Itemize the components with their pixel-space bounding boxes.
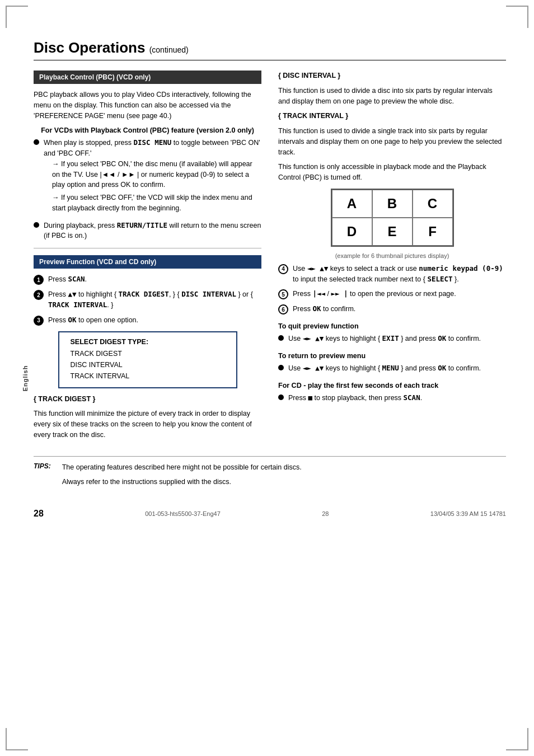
step-6-number: 6 xyxy=(278,304,288,314)
thumbnail-cell-F: F xyxy=(413,218,453,246)
title-text: Disc Operations xyxy=(34,39,145,56)
quit-bullet-content: Use ◄► ▲▼ keys to highlight { EXIT } and… xyxy=(288,334,481,344)
page-number: 28 xyxy=(34,509,44,519)
step-3-content: Press OK to open one option. xyxy=(48,315,138,326)
disc-interval-title: { DISC INTERVAL } xyxy=(278,72,340,79)
disc-interval-text: This function is used to divide a disc i… xyxy=(278,86,506,107)
tips-text-2: Always refer to the instructions supplie… xyxy=(62,477,302,487)
step-2-content: Press ▲▼ to highlight { TRACK DIGEST, } … xyxy=(48,289,261,311)
tips-section: TIPS: The operating features described h… xyxy=(34,456,506,492)
tips-label: TIPS: xyxy=(34,462,51,470)
title-continued: (continued) xyxy=(149,45,189,54)
bullet-item-1: When play is stopped, press DISC MENU to… xyxy=(34,138,261,215)
digest-box: SELECT DIGEST TYPE: TRACK DIGEST DISC IN… xyxy=(58,331,237,388)
track-digest-text: This function will minimize the picture … xyxy=(34,408,261,440)
bullet-dot-2 xyxy=(34,222,39,228)
step-5-number: 5 xyxy=(278,289,288,299)
digest-box-title: SELECT DIGEST TYPE: xyxy=(71,338,225,346)
thumbnail-cell-B: B xyxy=(372,190,413,218)
digest-item-1: TRACK DIGEST xyxy=(71,348,225,359)
arrow-item-2: If you select 'PBC OFF,' the VCD will sk… xyxy=(44,192,261,214)
cd-bullet-content: Press ■ to stop playback, then press SCA… xyxy=(288,393,422,403)
digest-item-3: TRACK INTERVAL xyxy=(71,370,225,382)
thumbnail-cell-E: E xyxy=(372,218,413,246)
footer-page-center: 28 xyxy=(322,510,329,517)
track-interval-section: { TRACK INTERVAL } This function is used… xyxy=(278,111,506,183)
disc-menu-key: DISC MENU xyxy=(134,138,172,147)
bullet-dot-1 xyxy=(34,139,39,145)
step-6-content: Press OK to confirm. xyxy=(293,304,355,314)
step-4: 4 Use ◄► ▲▼ keys to select a track or us… xyxy=(278,264,506,285)
track-digest-section: { TRACK DIGEST } This function will mini… xyxy=(34,394,261,440)
tips-text-1: The operating features described here mi… xyxy=(62,462,302,473)
thumbnail-row-1: A B C xyxy=(332,190,453,218)
step-1-content: Press SCAN. xyxy=(48,274,87,285)
arrow-item-1: If you select 'PBC ON,' the disc menu (i… xyxy=(44,159,261,190)
step-4-content: Use ◄► ▲▼ keys to select a track or use … xyxy=(293,264,506,285)
thumbnail-cell-A: A xyxy=(332,190,372,218)
step-4-number: 4 xyxy=(278,264,288,274)
cd-section-title: For CD - play the first few seconds of e… xyxy=(278,382,506,389)
vcds-title: For VCDs with Playback Control (PBC) fea… xyxy=(34,126,261,134)
bullet-content-1: When play is stopped, press DISC MENU to… xyxy=(44,138,261,215)
track-interval-text2: This function is only accessible in play… xyxy=(278,162,506,183)
thumbnail-caption: (example for 6 thumbnail pictures displa… xyxy=(278,252,506,259)
track-interval-text1: This function is used to divide a single… xyxy=(278,126,506,157)
thumbnail-row-2: D E F xyxy=(332,218,453,246)
step-1: 1 Press SCAN. xyxy=(34,274,261,285)
step-3: 3 Press OK to open one option. xyxy=(34,315,261,326)
bullet-content-2: During playback, press RETURN/TITLE will… xyxy=(44,220,261,242)
right-column: { DISC INTERVAL } This function is used … xyxy=(278,71,506,445)
footer-code-right: 13/04/05 3:39 AM 15 14781 xyxy=(430,510,506,517)
digest-item-2: DISC INTERVAL xyxy=(71,359,225,370)
track-digest-title: { TRACK DIGEST } xyxy=(34,395,95,403)
return-bullet-dot xyxy=(278,365,284,370)
tips-content: The operating features described here mi… xyxy=(62,462,302,492)
page-footer: 28 001-053-hts5500-37-Eng47 28 13/04/05 … xyxy=(34,509,506,519)
left-column: Playback Control (PBC) (VCD only) PBC pl… xyxy=(34,71,261,445)
footer-code-left: 001-053-hts5500-37-Eng47 xyxy=(145,510,221,517)
preview-section-header: Preview Function (VCD and CD only) xyxy=(34,255,261,269)
track-interval-title: { TRACK INTERVAL } xyxy=(278,112,348,120)
return-bullet: Use ◄► ▲▼ keys to highlight { MENU } and… xyxy=(278,363,506,374)
return-bullet-content: Use ◄► ▲▼ keys to highlight { MENU } and… xyxy=(288,363,481,374)
quit-bullet: Use ◄► ▲▼ keys to highlight { EXIT } and… xyxy=(278,334,506,344)
step-5-content: Press |◄◄ / ►► | to open the previous or… xyxy=(293,289,456,299)
cd-bullet-dot xyxy=(278,395,284,400)
step-5: 5 Press |◄◄ / ►► | to open the previous … xyxy=(278,289,506,299)
bullet-item-2: During playback, press RETURN/TITLE will… xyxy=(34,220,261,242)
thumbnail-cell-D: D xyxy=(332,218,372,246)
pbc-section-header: Playback Control (PBC) (VCD only) xyxy=(34,71,261,84)
page-title: Disc Operations (continued) xyxy=(34,39,506,60)
preview-header-text: Preview Function (VCD and CD only) xyxy=(39,258,156,266)
return-title-key: RETURN/TITLE xyxy=(117,221,167,229)
step-2: 2 Press ▲▼ to highlight { TRACK DIGEST, … xyxy=(34,289,261,311)
cd-bullet: Press ■ to stop playback, then press SCA… xyxy=(278,393,506,403)
pbc-intro: PBC playback allows you to play Video CD… xyxy=(34,90,261,121)
step-2-number: 2 xyxy=(34,290,44,300)
disc-interval-section: { DISC INTERVAL } This function is used … xyxy=(278,71,506,106)
pbc-header-text: Playback Control (PBC) (VCD only) xyxy=(39,73,151,81)
step-3-number: 3 xyxy=(34,316,44,326)
quit-preview-title: To quit preview function xyxy=(278,322,506,330)
return-preview-title: To return to preview menu xyxy=(278,352,506,360)
step-6: 6 Press OK to confirm. xyxy=(278,304,506,314)
sidebar-label: English xyxy=(22,365,29,391)
thumbnail-grid: A B C D E F xyxy=(331,189,454,247)
quit-bullet-dot xyxy=(278,335,284,341)
thumbnail-cell-C: C xyxy=(413,190,453,218)
step-1-number: 1 xyxy=(34,275,44,285)
